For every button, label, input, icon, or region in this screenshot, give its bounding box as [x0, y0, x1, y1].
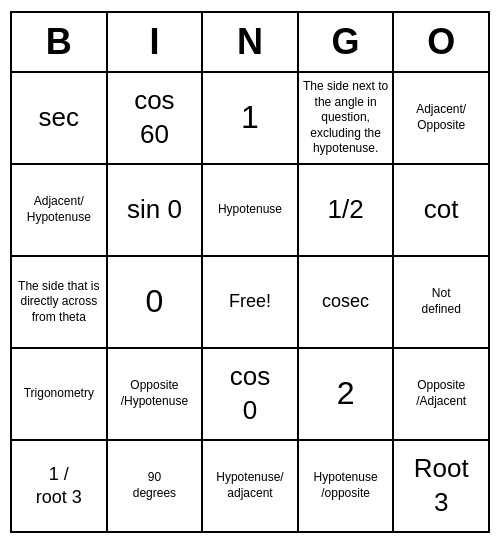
bingo-row-1: Adjacent/ Hypotenusesin 0Hypotenuse1/2co… [12, 165, 488, 257]
title-letter: O [394, 13, 488, 71]
bingo-row-3: TrigonometryOpposite /Hypotenusecos 02Op… [12, 349, 488, 441]
bingo-cell-2-3: cosec [299, 257, 395, 347]
bingo-row-0: seccos 601The side next to the angle in … [12, 73, 488, 165]
title-letter: B [12, 13, 108, 71]
bingo-cell-2-4: Not defined [394, 257, 488, 347]
bingo-cell-0-0: sec [12, 73, 108, 163]
bingo-cell-3-0: Trigonometry [12, 349, 108, 439]
bingo-cell-1-1: sin 0 [108, 165, 204, 255]
title-letter: I [108, 13, 204, 71]
bingo-grid: seccos 601The side next to the angle in … [12, 73, 488, 531]
bingo-cell-3-2: cos 0 [203, 349, 299, 439]
bingo-cell-4-1: 90 degrees [108, 441, 204, 531]
bingo-cell-1-0: Adjacent/ Hypotenuse [12, 165, 108, 255]
bingo-cell-4-2: Hypotenuse/ adjacent [203, 441, 299, 531]
title-letter: N [203, 13, 299, 71]
bingo-cell-4-4: Root 3 [394, 441, 488, 531]
title-letter: G [299, 13, 395, 71]
bingo-cell-3-4: Opposite /Adjacent [394, 349, 488, 439]
bingo-cell-0-4: Adjacent/ Opposite [394, 73, 488, 163]
bingo-cell-2-1: 0 [108, 257, 204, 347]
bingo-cell-3-3: 2 [299, 349, 395, 439]
bingo-cell-1-4: cot [394, 165, 488, 255]
bingo-card: BINGO seccos 601The side next to the ang… [10, 11, 490, 533]
bingo-cell-0-2: 1 [203, 73, 299, 163]
bingo-row-4: 1 / root 390 degreesHypotenuse/ adjacent… [12, 441, 488, 531]
bingo-row-2: The side that is directly across from th… [12, 257, 488, 349]
bingo-cell-3-1: Opposite /Hypotenuse [108, 349, 204, 439]
bingo-title: BINGO [12, 13, 488, 73]
bingo-cell-1-2: Hypotenuse [203, 165, 299, 255]
bingo-cell-0-1: cos 60 [108, 73, 204, 163]
bingo-cell-2-2: Free! [203, 257, 299, 347]
bingo-cell-2-0: The side that is directly across from th… [12, 257, 108, 347]
bingo-cell-0-3: The side next to the angle in question, … [299, 73, 395, 163]
bingo-cell-1-3: 1/2 [299, 165, 395, 255]
bingo-cell-4-0: 1 / root 3 [12, 441, 108, 531]
bingo-cell-4-3: Hypotenuse /opposite [299, 441, 395, 531]
